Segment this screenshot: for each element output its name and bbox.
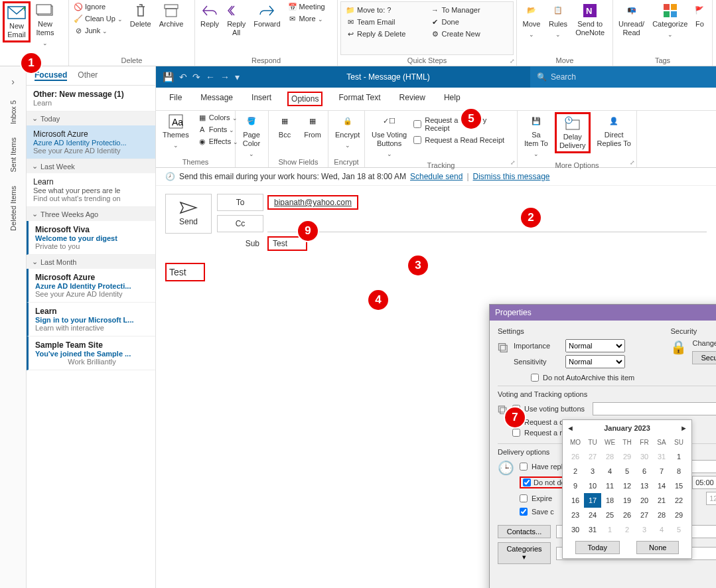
themes-button[interactable]: AaThemes xyxy=(160,112,192,151)
cc-input[interactable] xyxy=(267,215,707,232)
dialog-launcher-icon[interactable]: ⤢ xyxy=(510,58,515,64)
calendar-day[interactable]: 30 xyxy=(636,449,653,464)
calendar-day[interactable]: 20 xyxy=(636,493,653,508)
sensitivity-select[interactable]: Normal xyxy=(565,355,625,368)
importance-select[interactable]: Normal xyxy=(565,339,625,352)
list-item[interactable]: LearnSign in to your Microsoft L...Learn… xyxy=(27,303,155,336)
list-item[interactable]: Sample Team SiteYou've joined the Sample… xyxy=(27,336,155,370)
prev-icon[interactable]: ← xyxy=(206,72,215,82)
calendar-day[interactable]: 3 xyxy=(584,464,601,478)
no-deliver-before-checkbox[interactable] xyxy=(523,478,531,486)
meeting-button[interactable]: 📅Meeting xyxy=(286,1,327,12)
cc-button[interactable]: Cc xyxy=(217,215,263,232)
calendar-day[interactable]: 12 xyxy=(618,478,636,493)
search-input[interactable] xyxy=(551,72,709,82)
calendar-day[interactable]: 21 xyxy=(653,493,670,508)
effects-button[interactable]: ◉Effects xyxy=(196,136,240,147)
expand-icon[interactable]: › xyxy=(11,76,15,87)
qs-move-to[interactable]: 📁Move to: ? xyxy=(344,5,426,15)
list-item[interactable]: LearnSee what your peers are leFind out … xyxy=(27,173,155,207)
dialog-launcher-icon[interactable]: ⤢ xyxy=(510,159,516,166)
tab-review[interactable]: Review xyxy=(397,92,428,106)
tab-focused[interactable]: Focused xyxy=(35,70,67,81)
calendar-day[interactable]: 2 xyxy=(567,464,584,478)
dialog-launcher-icon[interactable]: ⤢ xyxy=(630,159,635,166)
cleanup-button[interactable]: 🧹Clean Up xyxy=(72,13,125,24)
schedule-send-link[interactable]: Schedule send xyxy=(410,172,463,181)
search-box[interactable]: 🔍 xyxy=(530,66,716,88)
qs-reply-delete[interactable]: ↩Reply & Delete xyxy=(344,29,426,39)
to-button[interactable]: To xyxy=(217,194,263,211)
calendar-day[interactable]: 28 xyxy=(653,508,670,522)
contacts-button[interactable]: Contacts... xyxy=(498,525,551,538)
calendar-day[interactable]: 5 xyxy=(670,522,687,537)
expire-after-checkbox[interactable] xyxy=(520,494,528,502)
inbox-folder[interactable]: Inbox 5 xyxy=(9,100,17,124)
calendar-day[interactable]: 8 xyxy=(670,464,687,478)
calendar-day[interactable]: 26 xyxy=(618,508,636,522)
bcc-button[interactable]: ▦Bcc xyxy=(273,112,297,141)
calendar-day[interactable]: 24 xyxy=(584,508,601,522)
calendar-day[interactable]: 6 xyxy=(636,464,653,478)
section-today[interactable]: ⌄Today xyxy=(27,111,155,125)
colors-button[interactable]: ▦Colors xyxy=(196,112,240,123)
calendar-day[interactable]: 29 xyxy=(670,508,687,522)
list-item[interactable]: Microsoft AzureAzure AD Identity Protect… xyxy=(27,125,155,159)
section-lastmonth[interactable]: ⌄Last Month xyxy=(27,255,155,269)
new-email-button[interactable]: + New Email xyxy=(3,1,31,42)
tab-options[interactable]: Options xyxy=(287,92,322,106)
tab-insert[interactable]: Insert xyxy=(249,92,274,106)
categorize-button[interactable]: Categorize xyxy=(650,1,690,40)
undo-icon[interactable]: ↶ xyxy=(179,72,187,82)
calendar-day[interactable]: 31 xyxy=(653,449,670,464)
calendar-day[interactable]: 30 xyxy=(567,522,584,537)
req-read-checkbox[interactable] xyxy=(512,429,520,437)
dismiss-link[interactable]: Dismiss this message xyxy=(473,172,550,181)
calendar-day[interactable]: 27 xyxy=(584,449,601,464)
calendar-day[interactable]: 5 xyxy=(618,464,636,478)
calendar-day[interactable]: 28 xyxy=(601,449,618,464)
qs-done[interactable]: ✔Done xyxy=(429,17,511,27)
calendar-day[interactable]: 3 xyxy=(636,522,653,537)
calendar-day[interactable]: 1 xyxy=(601,522,618,537)
reply-button[interactable]: Reply xyxy=(198,1,222,30)
encrypt-button[interactable]: 🔒Encrypt xyxy=(332,112,362,151)
save-sent-to-button[interactable]: 💾Sa Item To xyxy=(522,112,551,160)
reply-all-button[interactable]: Reply All xyxy=(224,1,248,38)
calendar-day[interactable]: 1 xyxy=(670,449,687,464)
calendar-day[interactable]: 31 xyxy=(584,522,601,537)
autoarchive-checkbox[interactable] xyxy=(531,374,539,382)
send-button[interactable]: Send xyxy=(165,194,212,234)
save-copy-checkbox[interactable] xyxy=(520,508,528,516)
calendar-day[interactable]: 25 xyxy=(601,508,618,522)
calendar-day[interactable]: 10 xyxy=(584,478,601,493)
save-icon[interactable]: 💾 xyxy=(163,72,174,82)
new-items-button[interactable]: New Items xyxy=(33,1,57,49)
read-receipt-checkbox[interactable]: Request a Read Receipt xyxy=(413,136,513,144)
calendar-day[interactable]: 15 xyxy=(670,478,687,493)
categories-button[interactable]: Categories ▾ xyxy=(498,542,551,564)
junk-button[interactable]: ⊘Junk xyxy=(72,25,125,36)
sent-folder[interactable]: Sent Items xyxy=(9,137,17,173)
dialog-titlebar[interactable]: Properties ✕ xyxy=(490,305,716,321)
calendar-day[interactable]: 2 xyxy=(618,522,636,537)
page-color-button[interactable]: 🪣Page Color xyxy=(240,112,263,160)
redo-icon[interactable]: ↷ xyxy=(192,72,200,82)
have-replies-checkbox[interactable] xyxy=(520,463,528,471)
security-settings-button[interactable]: Security Settings... xyxy=(692,351,716,364)
qs-team-email[interactable]: ✉Team Email xyxy=(344,17,426,27)
tab-other[interactable]: Other xyxy=(78,70,98,81)
from-button[interactable]: ▦From xyxy=(301,112,324,141)
calendar-day[interactable]: 7 xyxy=(653,464,670,478)
calendar-day[interactable]: 13 xyxy=(636,478,653,493)
calendar-day[interactable]: 4 xyxy=(601,464,618,478)
calendar-day[interactable]: 4 xyxy=(653,522,670,537)
section-threeweeks[interactable]: ⌄Three Weeks Ago xyxy=(27,207,155,221)
calendar-day[interactable]: 11 xyxy=(601,478,618,493)
to-recipient[interactable]: bipanath@yahoo.com xyxy=(271,196,354,208)
next-month-icon[interactable]: ► xyxy=(680,424,687,432)
message-body[interactable]: Test xyxy=(165,263,205,281)
send-onenote-button[interactable]: NSend to OneNote xyxy=(573,1,607,38)
calendar-day[interactable]: 18 xyxy=(601,493,618,508)
expire-time-field[interactable]: 12:00 AM▾ xyxy=(706,492,716,505)
